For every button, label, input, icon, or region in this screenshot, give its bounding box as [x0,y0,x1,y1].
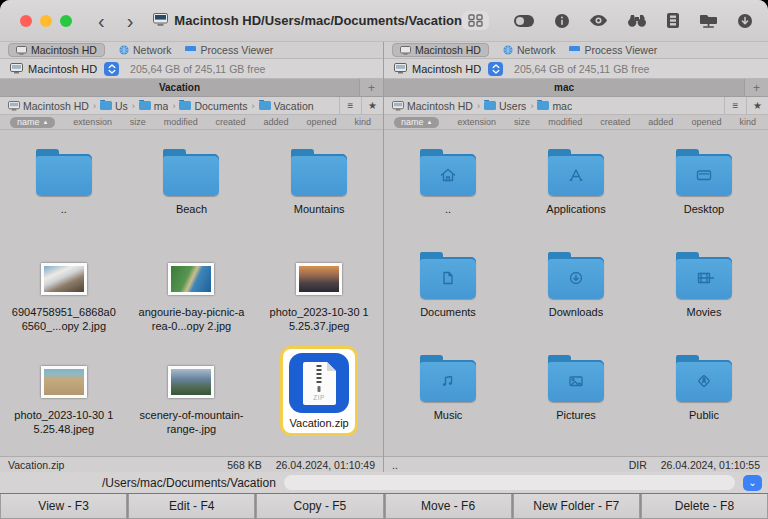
file-item-music[interactable]: Music [384,346,512,449]
close-window-button[interactable] [20,15,32,27]
list-menu-button[interactable]: ≡ [724,97,746,114]
drive-dropdown-stepper[interactable] [488,62,503,76]
command-line-row: /Users/mac/Documents/Vacation ⌄ [0,472,768,493]
file-item-jpg[interactable]: scenery-of-mountain-range-.jpg [128,346,256,449]
public-folder-icon [676,360,732,402]
favorites-button[interactable]: ★ [746,97,768,114]
command-history-dropdown-button[interactable]: ⌄ [743,475,762,491]
file-item-vacation-zip-selected[interactable]: ZIP Vacation.zip [255,346,383,449]
folder-tab[interactable]: Vacation [0,79,359,96]
file-item-parent-dir[interactable]: .. [384,140,512,243]
disk-icon [394,63,407,74]
breadcrumb-segment[interactable]: mac [537,100,572,112]
folder-icon [537,101,549,110]
archive-film-icon[interactable] [667,13,679,28]
device-tab-process-viewer[interactable]: Process Viewer [569,44,657,56]
breadcrumb-segment[interactable]: ma [139,100,169,112]
drive-dropdown-stepper[interactable] [104,62,119,76]
info-icon[interactable] [555,14,569,28]
image-thumbnail [168,366,214,398]
device-tab-macintosh-hd[interactable]: Macintosh HD [392,43,489,57]
copy-f5-button[interactable]: Copy - F5 [256,494,383,519]
column-header-size[interactable]: size [514,117,530,127]
toggle-panels-icon[interactable] [514,15,534,27]
breadcrumb-segment[interactable]: Us [100,100,128,112]
image-thumbnail [41,263,87,295]
image-thumbnail [168,263,214,295]
column-header-modified[interactable]: modified [164,117,198,127]
file-label: photo_2023-10-30 15.25.48.jpeg [11,409,117,437]
file-item-pictures[interactable]: Pictures [512,346,640,449]
zip-archive-icon: ZIP [289,353,349,413]
list-menu-button[interactable]: ≡ [339,97,361,114]
file-item-jpg[interactable]: angourie-bay-picnic-area-0...opy 2.jpg [128,243,256,346]
file-item-jpg[interactable]: 6904758951_6868a06560_...opy 2.jpg [0,243,128,346]
column-header-name[interactable]: name▲ [394,117,439,128]
new-tab-button[interactable]: + [359,79,383,96]
device-tab-network[interactable]: Network [503,44,556,56]
column-header-created[interactable]: created [216,117,246,127]
new-folder-f7-button[interactable]: New Folder - F7 [513,494,640,519]
device-tab-label: Network [133,44,172,56]
breadcrumb-segment[interactable]: Users [484,100,526,112]
forward-button[interactable]: › [127,11,134,31]
drive-name: Macintosh HD [412,63,481,75]
column-header-added[interactable]: added [648,117,673,127]
file-item-jpeg[interactable]: photo_2023-10-30 15.25.37.jpeg [255,243,383,346]
file-item-public[interactable]: Public [640,346,768,449]
breadcrumb-segment[interactable]: Macintosh HD [8,100,89,112]
edit-f4-button[interactable]: Edit - F4 [128,494,255,519]
view-mode-grid-button[interactable] [462,11,489,30]
move-f6-button[interactable]: Move - F6 [385,494,512,519]
current-path-label: /Users/mac/Documents/Vacation [102,476,276,490]
favorites-button[interactable]: ★ [361,97,383,114]
column-header-added[interactable]: added [264,117,289,127]
file-item-beach[interactable]: Beach [128,140,256,243]
download-icon[interactable] [738,14,752,28]
breadcrumb-segment[interactable]: Vacation [259,100,314,112]
file-label: Documents [420,306,476,320]
drive-selector[interactable]: Macintosh HD [394,63,481,75]
column-header-created[interactable]: created [600,117,630,127]
file-item-movies[interactable]: Movies [640,243,768,346]
view-f3-button[interactable]: View - F3 [0,494,127,519]
column-header-name[interactable]: name▲ [10,117,55,128]
zoom-window-button[interactable] [60,15,72,27]
command-input[interactable] [284,475,735,490]
device-tab-process-viewer[interactable]: Process Viewer [185,44,273,56]
column-header-opened[interactable]: opened [306,117,336,127]
folder-tab[interactable]: mac [384,79,744,96]
downloads-folder-icon [548,257,604,299]
drive-selector[interactable]: Macintosh HD [10,63,97,75]
file-item-jpeg[interactable]: photo_2023-10-30 15.25.48.jpeg [0,346,128,449]
column-header-modified[interactable]: modified [548,117,582,127]
file-item-parent-dir[interactable]: .. [0,140,128,243]
file-item-desktop[interactable]: Desktop [640,140,768,243]
column-header-extension[interactable]: extension [73,117,112,127]
back-button[interactable]: ‹ [98,11,105,31]
column-header-kind[interactable]: kind [354,117,371,127]
file-item-mountains[interactable]: Mountains [255,140,383,243]
device-tab-network[interactable]: Network [119,44,172,56]
network-drive-icon[interactable] [700,14,717,28]
file-item-applications[interactable]: Applications [512,140,640,243]
breadcrumb-segment[interactable]: Macintosh HD [392,100,473,112]
minimize-window-button[interactable] [40,15,52,27]
breadcrumb-segment[interactable]: Documents [179,100,247,112]
column-header-size[interactable]: size [130,117,146,127]
column-header-opened[interactable]: opened [691,117,721,127]
file-label: scenery-of-mountain-range-.jpg [138,409,244,437]
file-item-downloads[interactable]: Downloads [512,243,640,346]
file-item-documents[interactable]: Documents [384,243,512,346]
delete-f8-button[interactable]: Delete - F8 [641,494,768,519]
search-binoculars-icon[interactable] [628,14,646,27]
device-tab-macintosh-hd[interactable]: Macintosh HD [8,43,105,57]
file-label: Mountains [294,203,345,217]
column-header-kind[interactable]: kind [739,117,756,127]
column-header-extension[interactable]: extension [458,117,497,127]
music-folder-icon [420,360,476,402]
right-device-tabs: Macintosh HD Network Process Viewer [384,42,768,59]
preview-eye-icon[interactable] [590,15,607,26]
new-tab-button[interactable]: + [744,79,768,96]
folder-icon [179,101,191,110]
